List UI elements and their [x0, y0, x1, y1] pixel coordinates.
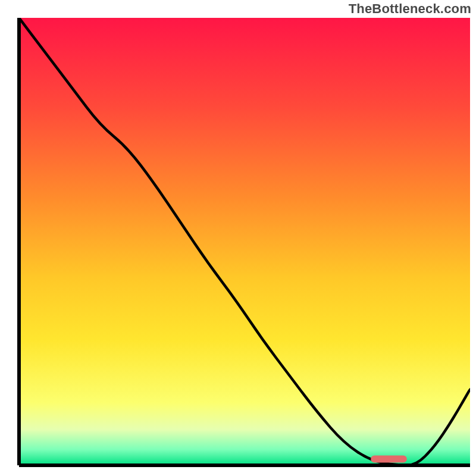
optimal-marker	[371, 456, 407, 463]
chart-svg	[0, 0, 476, 476]
watermark-text: TheBottleneck.com	[349, 1, 471, 17]
chart-stage: TheBottleneck.com	[0, 0, 476, 476]
plot-background	[19, 18, 470, 465]
